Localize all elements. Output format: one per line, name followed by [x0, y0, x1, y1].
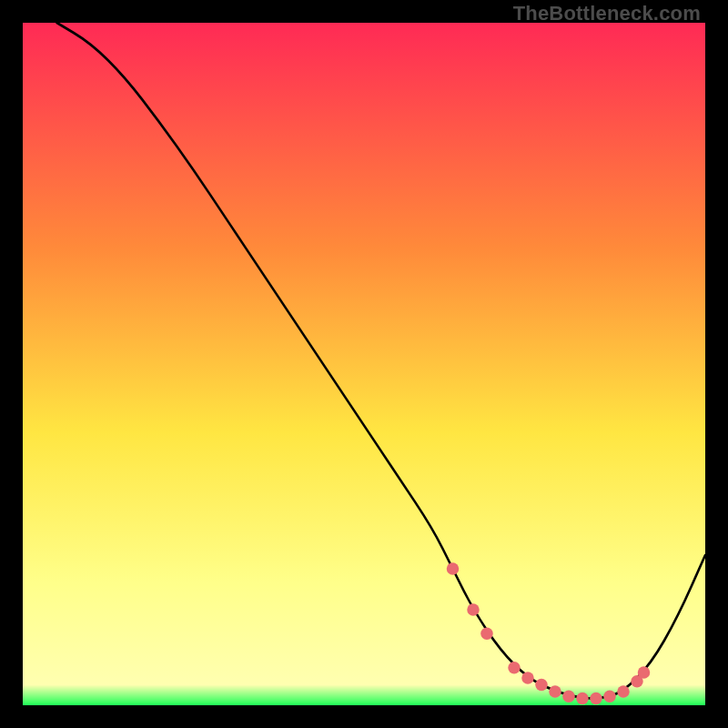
marker-dot	[562, 690, 575, 703]
marker-dot	[590, 693, 602, 705]
marker-dot	[480, 628, 493, 641]
marker-dot	[576, 693, 589, 705]
marker-dot	[638, 666, 651, 679]
bottleneck-curve	[57, 23, 706, 699]
highlight-markers	[447, 562, 651, 704]
marker-dot	[521, 672, 534, 684]
marker-dot	[467, 603, 480, 616]
chart-plot	[23, 23, 705, 705]
marker-dot	[447, 562, 459, 575]
marker-dot	[549, 685, 561, 698]
marker-dot	[508, 662, 521, 674]
marker-dot	[617, 685, 630, 698]
marker-dot	[535, 679, 548, 692]
marker-dot	[603, 690, 616, 703]
chart-frame	[23, 23, 705, 705]
